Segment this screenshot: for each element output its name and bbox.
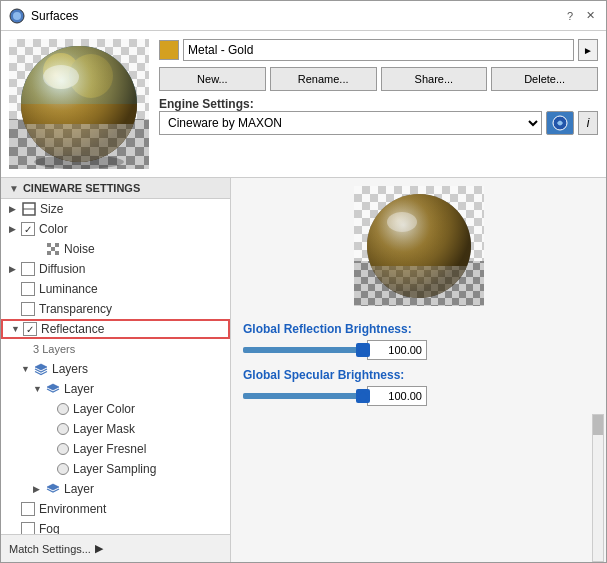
right-preview-area	[231, 178, 606, 314]
material-color-swatch[interactable]	[159, 40, 179, 60]
info-button[interactable]: i	[578, 111, 598, 135]
layers-icon	[33, 361, 49, 377]
material-name-input[interactable]	[183, 39, 574, 61]
layer-color-circle-icon	[57, 403, 69, 415]
tree-item-layer-color[interactable]: ▶ Layer Color	[1, 399, 230, 419]
new-button[interactable]: New...	[159, 67, 266, 91]
material-next-button[interactable]: ►	[578, 39, 598, 61]
tree-item-reflectance[interactable]: ▼ Reflectance	[1, 319, 230, 339]
engine-select[interactable]: Cineware by MAXON	[159, 111, 542, 135]
right-controls: ► New... Rename... Share... Delete... En…	[159, 39, 598, 169]
tree-item-environment[interactable]: ▶ Environment	[1, 499, 230, 519]
global-specular-slider-track[interactable]	[243, 393, 363, 399]
tree-item-color[interactable]: ▶ Color	[1, 219, 230, 239]
color-label: Color	[39, 222, 68, 236]
tree-item-fog[interactable]: ▶ Fog	[1, 519, 230, 534]
cineware-header: ▼ CINEWARE SETTINGS	[1, 178, 230, 199]
delete-button[interactable]: Delete...	[491, 67, 598, 91]
fog-checkbox[interactable]	[21, 522, 35, 534]
slider-thumb-icon2	[356, 389, 370, 403]
layer-mask-circle-icon	[57, 423, 69, 435]
transparency-label: Transparency	[39, 302, 112, 316]
layer-color-label: Layer Color	[73, 402, 135, 416]
main-layout: ▼ CINEWARE SETTINGS ▶ Size ▶	[1, 178, 606, 562]
svg-rect-23	[51, 247, 55, 251]
global-reflection-value-input[interactable]	[367, 340, 427, 360]
tree-item-layer1[interactable]: ▼ Layer	[1, 379, 230, 399]
diffusion-checkbox[interactable]	[21, 262, 35, 276]
engine-select-row: Cineware by MAXON i	[159, 111, 598, 135]
material-name-row: ►	[159, 39, 598, 61]
luminance-label: Luminance	[39, 282, 98, 296]
right-scrollbar-area	[231, 414, 606, 562]
global-specular-slider-thumb[interactable]	[356, 389, 370, 403]
environment-label: Environment	[39, 502, 106, 516]
tree-item-layers[interactable]: ▼ Layers	[1, 359, 230, 379]
svg-point-1	[13, 12, 21, 20]
action-buttons-row: New... Rename... Share... Delete...	[159, 67, 598, 91]
cineware-settings-label: CINEWARE SETTINGS	[23, 182, 140, 194]
tree-item-diffusion[interactable]: ▶ Diffusion	[1, 259, 230, 279]
share-button[interactable]: Share...	[381, 67, 488, 91]
tree-item-layer-mask[interactable]: ▶ Layer Mask	[1, 419, 230, 439]
size-label: Size	[40, 202, 63, 216]
window-body: ► New... Rename... Share... Delete... En…	[1, 31, 606, 562]
luminance-checkbox[interactable]	[21, 282, 35, 296]
tree-item-noise[interactable]: ▶ Noise	[1, 239, 230, 259]
layer1-icon	[45, 381, 61, 397]
layer-sampling-label: Layer Sampling	[73, 462, 156, 476]
close-button[interactable]: ✕	[582, 8, 598, 24]
layer-sampling-circle-icon	[57, 463, 69, 475]
help-button[interactable]: ?	[562, 8, 578, 24]
svg-marker-38	[358, 391, 368, 403]
layer-mask-label: Layer Mask	[73, 422, 135, 436]
right-preview-thumbnail	[354, 186, 484, 306]
engine-icon-button[interactable]	[546, 111, 574, 135]
global-reflection-label: Global Reflection Brightness:	[243, 322, 412, 336]
slider-thumb-icon	[356, 343, 370, 357]
color-checkbox[interactable]	[21, 222, 35, 236]
tree-item-transparency[interactable]: ▶ Transparency	[1, 299, 230, 319]
tree-item-layer-fresnel[interactable]: ▶ Layer Fresnel	[1, 439, 230, 459]
global-specular-controls	[243, 386, 594, 406]
scrollbar-thumb[interactable]	[593, 415, 603, 435]
match-settings-button[interactable]: Match Settings... ▶	[9, 542, 103, 555]
settings-area: Global Reflection Brightness:	[231, 314, 606, 414]
cineware-collapse-arrow[interactable]: ▼	[9, 183, 19, 194]
rename-button[interactable]: Rename...	[270, 67, 377, 91]
size-icon	[21, 201, 37, 217]
global-reflection-slider-track[interactable]	[243, 347, 363, 353]
tree-area[interactable]: ▶ Size ▶ Color ▶	[1, 199, 230, 534]
svg-point-36	[367, 194, 471, 298]
global-reflection-slider-thumb[interactable]	[356, 343, 370, 357]
title-text: Surfaces	[31, 9, 78, 23]
reflectance-label: Reflectance	[41, 322, 104, 336]
tree-item-layer2[interactable]: ▶ Layer	[1, 479, 230, 499]
svg-rect-24	[47, 251, 51, 255]
environment-checkbox[interactable]	[21, 502, 35, 516]
title-bar-controls: ? ✕	[562, 8, 598, 24]
global-reflection-slider-fill	[243, 347, 363, 353]
global-specular-row: Global Specular Brightness:	[243, 368, 594, 406]
diffusion-label: Diffusion	[39, 262, 85, 276]
global-reflection-row: Global Reflection Brightness:	[243, 322, 594, 360]
right-scrollbar[interactable]	[592, 414, 604, 562]
transparency-checkbox[interactable]	[21, 302, 35, 316]
bottom-panel: Match Settings... ▶	[1, 534, 230, 562]
reflectance-checkbox[interactable]	[23, 322, 37, 336]
color-arrow: ▶	[9, 224, 21, 234]
global-specular-slider-fill	[243, 393, 363, 399]
right-sphere-svg	[354, 186, 484, 306]
global-specular-value-input[interactable]	[367, 386, 427, 406]
svg-rect-21	[47, 243, 51, 247]
svg-rect-22	[55, 243, 59, 247]
tree-item-luminance[interactable]: ▶ Luminance	[1, 279, 230, 299]
tree-item-size[interactable]: ▶ Size	[1, 199, 230, 219]
engine-label: Engine Settings:	[159, 97, 254, 111]
match-settings-arrow: ▶	[95, 542, 103, 555]
svg-rect-25	[55, 251, 59, 255]
layers-count-label: 3 Layers	[33, 343, 75, 355]
svg-point-17	[21, 46, 137, 162]
layers-label: Layers	[52, 362, 88, 376]
tree-item-layer-sampling[interactable]: ▶ Layer Sampling	[1, 459, 230, 479]
